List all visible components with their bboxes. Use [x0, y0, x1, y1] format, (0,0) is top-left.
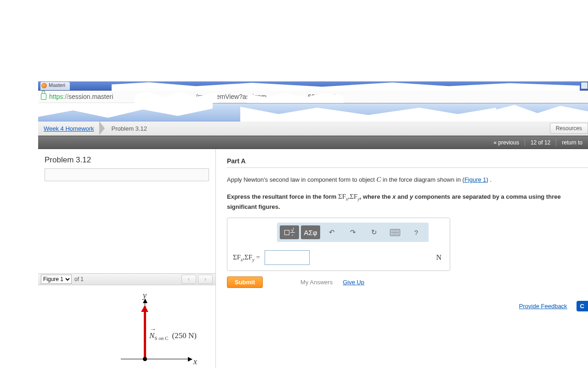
problem-position: 12 of 12 [525, 139, 556, 146]
origin-point [143, 357, 147, 361]
continue-button[interactable]: C [577, 301, 588, 311]
problem-description-box [45, 168, 209, 181]
tab-title: Masteri [49, 82, 65, 88]
x-axis [121, 359, 192, 359]
redaction-scribble [38, 103, 213, 121]
templates-button[interactable]: √▫ [280, 225, 299, 239]
problem-title: Problem 3.12 [38, 149, 215, 168]
url-scheme: https [49, 93, 63, 100]
answer-area: Part A Apply Newton's second law in comp… [216, 149, 588, 311]
figure-prev-button[interactable]: ‹ [181, 275, 196, 284]
redaction-scribble [135, 90, 217, 103]
part-a-header: Part A [227, 157, 588, 168]
redaction-scribble [247, 90, 344, 103]
help-icon: ? [414, 229, 418, 236]
figure-toolbar: Figure 1 of 1 ‹ › [38, 273, 215, 285]
problem-sidebar: Problem 3.12 Figure 1 of 1 ‹ › y x NS on… [38, 149, 216, 368]
browser-tab[interactable]: Masteri [40, 82, 70, 90]
answer-input[interactable] [265, 250, 310, 265]
force-diagram: y x NS on C (250 N) [66, 290, 185, 368]
window-button[interactable] [581, 82, 588, 89]
undo-button[interactable]: ↶ [322, 225, 341, 239]
resources-button[interactable]: Resources [550, 123, 588, 134]
figure-count: of 1 [74, 276, 84, 282]
equation-lhs: ΣFx,ΣFy = [233, 253, 260, 262]
lock-icon [41, 93, 46, 100]
answer-box: √▫ ΑΣφ ↶ ↷ ↻ ? ΣFx,ΣFy = N [227, 218, 450, 271]
keyboard-icon [390, 229, 400, 236]
submit-button[interactable]: Submit [227, 276, 263, 288]
previous-problem-link[interactable]: « previous [494, 139, 519, 146]
equation-toolbar: √▫ ΑΣφ ↶ ↷ ↻ ? [277, 223, 429, 242]
url-host: session.masteri [68, 93, 113, 100]
breadcrumb: Week 4 Homework Problem 3.12 Resources [38, 121, 588, 136]
keyboard-button[interactable] [385, 225, 405, 239]
template-icon: √▫ [284, 228, 295, 237]
answer-instructions: Express the resultant force in the form … [227, 191, 588, 212]
reset-button[interactable]: ↻ [364, 225, 384, 239]
redaction-scribble [240, 103, 496, 121]
undo-icon: ↶ [329, 228, 335, 236]
return-link[interactable]: return to [562, 139, 582, 146]
redo-button[interactable]: ↷ [343, 225, 362, 239]
x-axis-label: x [193, 357, 197, 367]
redo-icon: ↷ [350, 228, 356, 236]
figure-1-link[interactable]: Figure 1 [464, 176, 486, 183]
address-bar[interactable]: https://session.masteri /myct/itemView?a… [38, 91, 588, 103]
figure-next-button[interactable]: › [198, 275, 213, 284]
app-header-bar [38, 103, 588, 121]
figure-select[interactable]: Figure 1 [41, 275, 72, 284]
figure-pane: y x NS on C (250 N) [38, 285, 215, 368]
help-button[interactable]: ? [407, 225, 426, 239]
browser-tab-strip: Masteri [38, 81, 588, 91]
force-label: NS on C (250 N) [149, 331, 197, 341]
breadcrumb-problem: Problem 3.12 [105, 125, 153, 132]
redaction-scribble [112, 80, 580, 91]
symbols-button[interactable]: ΑΣφ [301, 225, 320, 239]
normal-force-vector [144, 306, 146, 360]
breadcrumb-assignment-link[interactable]: Week 4 Homework [44, 125, 94, 132]
problem-nav-strip: « previous 12 of 12 return to [38, 136, 588, 149]
chevron-right-icon [100, 121, 105, 135]
redaction-scribble [496, 103, 588, 121]
provide-feedback-link[interactable]: Provide Feedback [519, 303, 567, 310]
favicon-icon [41, 83, 47, 88]
give-up-link[interactable]: Give Up [343, 279, 364, 286]
problem-statement: Apply Newton's second law in component f… [227, 174, 588, 185]
my-answers-link[interactable]: My Answers [300, 279, 333, 286]
answer-unit: N [436, 253, 444, 262]
reset-icon: ↻ [371, 228, 377, 236]
